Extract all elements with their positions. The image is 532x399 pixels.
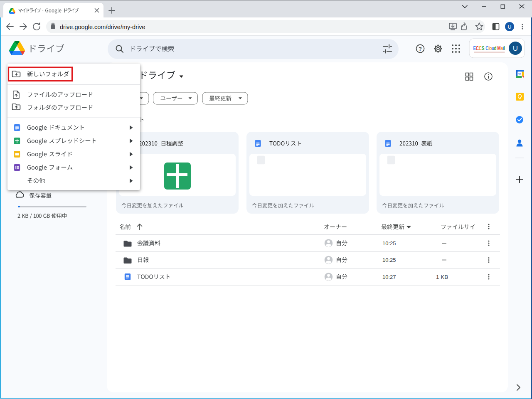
- svg-text:S: S: [482, 44, 485, 52]
- svg-text:l: l: [504, 44, 505, 52]
- svg-text:d: d: [494, 44, 496, 52]
- svg-text:C: C: [485, 44, 488, 52]
- svg-text:31: 31: [518, 72, 522, 76]
- svg-text:E: E: [473, 44, 476, 52]
- svg-text:M: M: [498, 44, 501, 52]
- svg-text:drive.google.com/drive/my-driv: drive.google.com/drive/my-drive: [60, 24, 145, 30]
- svg-text:10:25: 10:25: [382, 240, 396, 246]
- svg-text:10:25: 10:25: [382, 257, 396, 263]
- svg-text:10:27: 10:27: [382, 274, 396, 280]
- svg-text:U: U: [513, 44, 518, 52]
- svg-text:C: C: [479, 44, 482, 52]
- svg-text:?: ?: [419, 46, 422, 52]
- svg-text:1 KB: 1 KB: [436, 274, 448, 280]
- svg-text:U: U: [507, 24, 511, 30]
- svg-text:C: C: [476, 44, 479, 52]
